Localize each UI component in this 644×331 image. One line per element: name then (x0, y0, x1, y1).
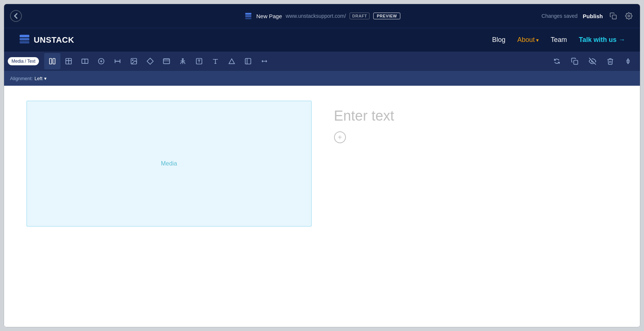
publish-button[interactable]: Publish (583, 13, 603, 19)
nav-link-blog[interactable]: Blog (492, 36, 505, 44)
svg-point-19 (132, 60, 133, 61)
brand: UNSTACK (19, 33, 74, 47)
add-content-button[interactable]: + (334, 131, 346, 143)
svg-rect-26 (574, 60, 578, 65)
changes-saved: Changes saved (542, 13, 578, 19)
media-block[interactable]: Media (26, 101, 312, 227)
add-section-button[interactable] (93, 53, 109, 69)
banner-button[interactable] (158, 53, 175, 69)
full-width-button[interactable] (77, 53, 93, 69)
svg-rect-24 (245, 59, 251, 64)
brand-icon (19, 33, 30, 47)
copy-icon[interactable] (608, 11, 618, 21)
top-bar-right: Changes saved Publish (542, 11, 634, 21)
text-block: Enter text + (334, 101, 618, 227)
svg-rect-2 (245, 17, 251, 19)
nav-links: Blog About ▾ Team Talk with us → (492, 36, 625, 44)
hide-button[interactable] (584, 53, 601, 69)
svg-rect-5 (20, 35, 29, 37)
toolbar-right (549, 53, 636, 69)
text-block-button[interactable] (191, 53, 207, 69)
sidebar-button[interactable] (240, 53, 256, 69)
svg-rect-1 (245, 15, 251, 17)
nav-link-team[interactable]: Team (551, 36, 567, 44)
page-info: New Page www.unstacksupport.com/ DRAFT P… (244, 12, 400, 20)
toolbar: Media / Text (4, 52, 640, 71)
text-button[interactable] (207, 53, 224, 69)
section-content: Media Enter text + (4, 86, 640, 242)
media-label: Media (161, 160, 177, 167)
svg-point-4 (628, 15, 630, 17)
svg-rect-9 (53, 59, 55, 64)
columns-button[interactable] (44, 53, 60, 69)
component-button[interactable] (142, 53, 158, 69)
alignment-dropdown[interactable]: Left ▾ (34, 76, 47, 81)
brand-name: UNSTACK (34, 35, 74, 45)
preview-badge[interactable]: PREVIEW (373, 13, 400, 19)
duplicate-button[interactable] (567, 53, 583, 69)
alignment-label: Alignment: (10, 76, 33, 81)
page-icon (244, 12, 252, 20)
nav-link-talk[interactable]: Talk with us → (579, 36, 625, 44)
split-view-button[interactable] (60, 53, 77, 69)
image-button[interactable] (126, 53, 142, 69)
nav-bar: UNSTACK Blog About ▾ Team Talk with us → (4, 28, 640, 52)
top-bar: New Page www.unstacksupport.com/ DRAFT P… (4, 4, 640, 28)
canvas: Media Enter text + (4, 86, 640, 327)
settings-icon[interactable] (624, 11, 634, 21)
page-url: www.unstacksupport.com/ (285, 13, 346, 19)
svg-rect-6 (20, 38, 29, 40)
delete-button[interactable] (602, 53, 618, 69)
svg-rect-0 (245, 13, 251, 15)
width-button[interactable] (256, 53, 273, 69)
chevron-down-icon: ▾ (44, 76, 47, 81)
draft-badge: DRAFT (350, 13, 370, 19)
enter-text-placeholder[interactable]: Enter text (334, 108, 618, 124)
svg-rect-7 (20, 41, 29, 43)
anchor-button[interactable] (175, 53, 191, 69)
sub-toolbar: Alignment: Left ▾ (4, 71, 640, 86)
heading-button[interactable] (109, 53, 126, 69)
refresh-button[interactable] (549, 53, 565, 69)
svg-rect-21 (164, 59, 170, 61)
chevron-down-icon: ▾ (536, 37, 539, 43)
browser-frame: New Page www.unstacksupport.com/ DRAFT P… (4, 4, 640, 327)
svg-rect-8 (50, 59, 52, 64)
svg-point-22 (182, 59, 184, 60)
page-name: New Page (256, 13, 282, 19)
canvas-inner: Media Enter text + (4, 86, 640, 327)
nav-link-about[interactable]: About ▾ (517, 36, 539, 44)
svg-rect-3 (612, 15, 617, 19)
reorder-button[interactable] (620, 53, 636, 69)
back-button[interactable] (10, 10, 22, 22)
section-type-label: Media / Text (8, 57, 39, 65)
divider-button[interactable] (224, 53, 240, 69)
